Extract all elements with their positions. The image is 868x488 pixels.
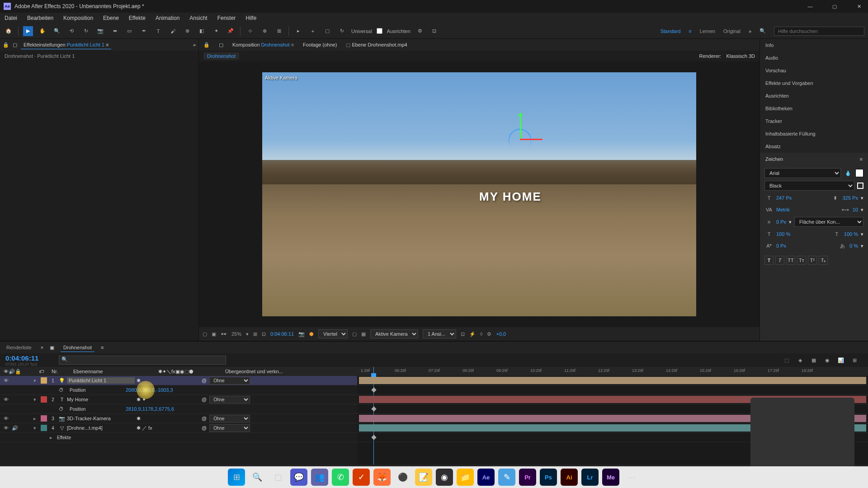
motion-blur-icon[interactable]: ◉ (823, 356, 832, 365)
snapshot-icon[interactable]: 📷 (298, 331, 305, 337)
grid-icon[interactable]: ⊞ (253, 331, 257, 337)
tsume-value[interactable]: 0 % (849, 243, 858, 249)
bold-button[interactable]: T (764, 256, 774, 265)
position-value[interactable]: 2810,9,1178,2,6775,6 (126, 406, 174, 412)
layer-tab[interactable]: ▢ Ebene Drohnenshot.mp4 (346, 42, 407, 48)
panel-window-icon[interactable]: ▢ (13, 42, 17, 48)
panel-zeichen[interactable]: Zeichen ≡ (760, 153, 868, 165)
tab-close-icon[interactable]: × (41, 345, 43, 350)
layer-color-swatch[interactable] (41, 377, 47, 384)
panel-ausrichten[interactable]: Ausrichten (760, 89, 868, 102)
taskbar-chat[interactable]: 💬 (290, 469, 307, 486)
view-select[interactable]: Aktive Kamera (370, 329, 418, 338)
views-count-select[interactable]: 1 Ansi... (423, 329, 456, 338)
panel-bibliotheken[interactable]: Bibliotheken (760, 102, 868, 115)
twirl-icon[interactable]: ▾ (33, 378, 39, 384)
viewer-timecode[interactable]: 0:04:06:11 (270, 331, 294, 337)
current-time[interactable]: 0:04:06:11 (0, 354, 59, 362)
clone-tool[interactable]: ⊕ (182, 26, 192, 36)
pickwhip-icon[interactable]: @ (202, 378, 207, 383)
workspace-original[interactable]: Original (723, 28, 741, 34)
draft-icon[interactable]: ⚙ (487, 331, 491, 337)
subscript-button[interactable]: T₁ (819, 256, 828, 265)
keyframe-marker[interactable] (371, 387, 376, 392)
snapping-options-icon[interactable]: ⚙ (415, 26, 425, 36)
menu-datei[interactable]: Datei (3, 14, 19, 22)
layer-color-swatch[interactable] (41, 396, 47, 403)
taskbar-media-encoder[interactable]: Me (602, 469, 619, 486)
eraser-tool[interactable]: ◧ (197, 26, 207, 36)
layer-4[interactable]: 👁🔊 ▾ 4 ▽ [Drohne...t.mp4] ✱ ／ fx @Ohne (0, 423, 357, 433)
view-axis-icon[interactable]: ⊞ (274, 26, 284, 36)
composition-viewport[interactable]: Aktive Kamera MY HOME (199, 61, 760, 327)
hand-tool[interactable]: ✋ (38, 26, 47, 36)
breadcrumb-item[interactable]: Drohnenshot (203, 52, 239, 60)
graph-editor-icon[interactable]: 📊 (836, 356, 845, 365)
snap-cycle-icon[interactable]: ↻ (337, 26, 347, 36)
transparency-icon[interactable]: ▦ (361, 331, 366, 337)
italic-button[interactable]: T (775, 256, 784, 265)
layer-4-effekte[interactable]: ▸ Effekte (0, 433, 357, 442)
pickwhip-icon[interactable]: @ (202, 397, 207, 402)
menu-animation[interactable]: Animation (154, 14, 181, 22)
taskbar-notes[interactable]: 📝 (415, 469, 432, 486)
leading-value[interactable]: 325 Px (843, 195, 858, 201)
tab-render-queue[interactable]: Renderliste (4, 343, 34, 352)
menu-hilfe[interactable]: Hilfe (244, 14, 258, 22)
panel-vorschau[interactable]: Vorschau (760, 64, 868, 77)
keyframe-marker[interactable] (371, 406, 376, 411)
taskbar-illustrator[interactable]: Ai (561, 469, 578, 486)
text-tool[interactable]: T (153, 26, 163, 36)
roto-tool[interactable]: ✦ (211, 26, 221, 36)
guides-icon[interactable]: ⊡ (262, 331, 266, 337)
twirl-icon[interactable]: ▸ (50, 435, 55, 441)
selection-tool[interactable]: ▶ (23, 26, 33, 36)
zoom-tool[interactable]: 🔍 (52, 26, 62, 36)
pickwhip-icon[interactable]: @ (202, 416, 207, 421)
layer-2[interactable]: 👁 ▾ 2 T My Home ✱ ✦ @Ohne (0, 395, 357, 404)
font-family-select[interactable]: Arial (764, 168, 841, 178)
taskbar-todo[interactable]: ✓ (353, 469, 370, 486)
workspace-menu-icon[interactable]: ≡ (689, 28, 691, 34)
stroke-swatch[interactable] (857, 183, 863, 189)
menu-bearbeiten[interactable]: Bearbeiten (25, 14, 55, 22)
snap-grid-icon[interactable]: ⊡ (429, 26, 439, 36)
display-mode-icon[interactable]: ▢ (203, 331, 207, 337)
layer-3[interactable]: 👁 ▸ 3 📷 3D-Tracker-Kamera ✱ @Ohne (0, 414, 357, 423)
pen-tool[interactable]: ✒ (139, 26, 149, 36)
taskbar-photoshop[interactable]: Ps (540, 469, 557, 486)
local-axis-icon[interactable]: ⊹ (245, 26, 255, 36)
twirl-icon[interactable]: ▾ (33, 397, 39, 403)
layer-1-bar[interactable] (359, 377, 866, 384)
draft-3d-icon[interactable]: ◈ (796, 356, 805, 365)
time-ruler[interactable]: 1:29f06:29f07:29f08:29f09:29f10:29f11:29… (357, 367, 868, 376)
pan-behind-tool[interactable]: ⬌ (110, 26, 120, 36)
taskbar-search[interactable]: 🔍 (249, 469, 266, 486)
camera-tool[interactable]: 📷 (95, 26, 105, 36)
baseline-value[interactable]: 0 Px (776, 243, 786, 249)
stroke-width-value[interactable]: 0 Px (776, 219, 786, 225)
eyedropper-icon[interactable]: 💧 (844, 169, 853, 178)
renderer-value[interactable]: Klassisch 3D (726, 53, 755, 59)
brush-tool[interactable]: 🖌 (168, 26, 178, 36)
menu-effekte[interactable]: Effekte (127, 14, 147, 22)
shape-tool[interactable]: ▭ (124, 26, 134, 36)
footage-tab[interactable]: Footage (ohne) (303, 42, 337, 47)
taskbar-whatsapp[interactable]: ✆ (332, 469, 349, 486)
twirl-icon[interactable]: ▾ (33, 425, 39, 431)
visibility-toggle[interactable]: 👁 (4, 416, 10, 421)
panel-tracker[interactable]: Tracker (760, 115, 868, 127)
align-checkbox[interactable] (377, 28, 382, 34)
taskbar-app[interactable]: ⚫ (394, 469, 411, 486)
keyframe-marker[interactable] (371, 435, 376, 440)
home-icon[interactable]: 🏠 (4, 26, 14, 36)
menu-ansicht[interactable]: Ansicht (188, 14, 209, 22)
taskbar-obs[interactable]: ◉ (436, 469, 453, 486)
position-value[interactable]: 2080,0,920,0,-1003,3 (126, 387, 173, 393)
snap-arrow-icon[interactable]: ▸ (293, 26, 303, 36)
mask-icon[interactable]: 👓 (221, 331, 227, 337)
layer-1-position[interactable]: ⏱ Position 2080,0,920,0,-1003,3 (0, 385, 357, 395)
superscript-button[interactable]: T¹ (808, 256, 817, 265)
visibility-toggle[interactable]: 👁 (4, 378, 10, 383)
parent-select[interactable]: Ohne (209, 424, 250, 432)
